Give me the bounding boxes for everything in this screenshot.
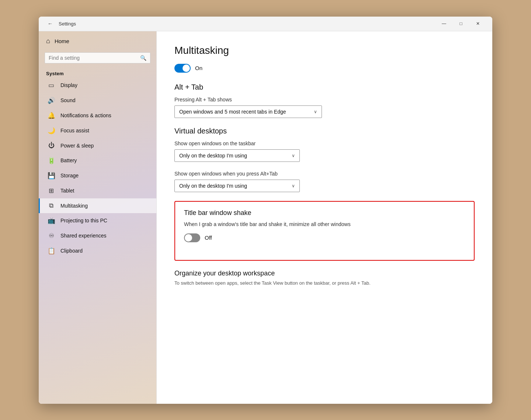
sidebar-item-label: Storage [60, 173, 79, 178]
title-bar: ← Settings — □ ✕ [39, 17, 492, 31]
battery-icon: 🔋 [47, 157, 55, 164]
snap-toggle-row: On [174, 64, 475, 73]
sidebar-item-label: Multitasking [60, 203, 88, 209]
projecting-icon: 📺 [47, 217, 55, 225]
power-icon: ⏻ [47, 142, 55, 149]
back-button[interactable]: ← [45, 18, 56, 29]
titlebar-heading: Title bar window shake [184, 209, 465, 217]
virtual-desktops-heading: Virtual desktops [174, 127, 475, 135]
sidebar-item-shared[interactable]: ♾ Shared experiences [39, 228, 156, 243]
vd-taskbar-label: Show open windows on the taskbar [174, 140, 475, 146]
window-title: Settings [59, 21, 435, 27]
sidebar-item-label: Notifications & actions [60, 112, 111, 118]
snap-toggle-thumb [183, 65, 190, 72]
sidebar-item-label: Clipboard [60, 248, 83, 254]
vd-taskbar-dropdown[interactable]: Only on the desktop I'm using ∨ [174, 149, 300, 162]
main-content: Multitasking On Alt + Tab Pressing Alt +… [157, 31, 492, 404]
sidebar-item-label: Display [60, 82, 77, 88]
snap-toggle[interactable] [174, 64, 191, 73]
minimize-button[interactable]: — [435, 17, 452, 31]
sidebar-item-clipboard[interactable]: 📋 Clipboard [39, 243, 156, 258]
settings-window: ← Settings — □ ✕ ⌂ Home 🔍 System [39, 17, 492, 404]
page-title: Multitasking [174, 45, 475, 56]
sidebar-item-projecting[interactable]: 📺 Projecting to this PC [39, 213, 156, 228]
content-area: ⌂ Home 🔍 System ▭ Display 🔊 Sound 🔔 [39, 31, 492, 404]
focus-icon: 🌙 [47, 127, 55, 135]
home-label: Home [55, 38, 69, 44]
vd-alttab-value: Only on the desktop I'm using [179, 183, 247, 189]
titlebar-desc: When I grab a window's title bar and sha… [184, 221, 465, 228]
sidebar-item-focus[interactable]: 🌙 Focus assist [39, 123, 156, 138]
titlebar-toggle[interactable] [184, 233, 200, 242]
storage-icon: 💾 [47, 172, 55, 180]
snap-toggle-label: On [195, 65, 202, 71]
titlebar-toggle-row: Off [184, 233, 465, 242]
organize-heading: Organize your desktop workspace [174, 270, 475, 277]
sidebar-item-label: Focus assist [60, 128, 89, 133]
alt-tab-dropdown[interactable]: Open windows and 5 most recent tabs in E… [174, 105, 322, 118]
sidebar-item-label: Sound [60, 97, 75, 103]
titlebar-toggle-label: Off [205, 235, 212, 241]
sidebar-item-label: Tablet [60, 188, 74, 194]
vd-taskbar-value: Only on the desktop I'm using [179, 153, 247, 159]
sidebar-section-label: System [39, 68, 156, 78]
vd-taskbar-arrow: ∨ [292, 153, 295, 158]
organize-desc: To switch between open apps, select the … [174, 280, 475, 287]
sidebar-item-battery[interactable]: 🔋 Battery [39, 153, 156, 168]
display-icon: ▭ [47, 81, 55, 89]
sidebar-home-item[interactable]: ⌂ Home [39, 31, 156, 51]
home-icon: ⌂ [46, 37, 50, 45]
vd-alttab-arrow: ∨ [292, 183, 295, 188]
titlebar-toggle-thumb [185, 234, 192, 242]
search-icon: 🔍 [140, 55, 146, 61]
sidebar-item-label: Projecting to this PC [60, 218, 107, 223]
window-controls: — □ ✕ [435, 17, 486, 31]
sidebar-item-tablet[interactable]: ⊞ Tablet [39, 183, 156, 198]
sidebar-item-label: Power & sleep [60, 143, 94, 149]
sidebar-item-label: Battery [60, 157, 77, 163]
alt-tab-heading: Alt + Tab [174, 83, 475, 91]
alt-tab-dropdown-arrow: ∨ [314, 109, 317, 114]
vd-alttab-label: Show open windows when you press Alt+Tab [174, 171, 475, 177]
titlebar-shake-section: Title bar window shake When I grab a win… [174, 201, 475, 261]
sidebar-item-multitasking[interactable]: ⧉ Multitasking [39, 198, 156, 213]
sidebar-content: ⌂ Home 🔍 System ▭ Display 🔊 Sound 🔔 [39, 31, 156, 258]
vd-alttab-dropdown[interactable]: Only on the desktop I'm using ∨ [174, 180, 300, 192]
sidebar-item-sound[interactable]: 🔊 Sound [39, 93, 156, 108]
alt-tab-sub-label: Pressing Alt + Tab shows [174, 97, 475, 103]
notifications-icon: 🔔 [47, 112, 55, 119]
sound-icon: 🔊 [47, 97, 55, 104]
search-input[interactable] [49, 55, 137, 61]
sidebar-item-storage[interactable]: 💾 Storage [39, 168, 156, 183]
alt-tab-dropdown-value: Open windows and 5 most recent tabs in E… [179, 109, 286, 115]
tablet-icon: ⊞ [47, 187, 55, 195]
sidebar-item-label: Shared experiences [60, 233, 107, 239]
close-button[interactable]: ✕ [469, 17, 486, 31]
sidebar: ⌂ Home 🔍 System ▭ Display 🔊 Sound 🔔 [39, 31, 157, 404]
sidebar-item-display[interactable]: ▭ Display [39, 78, 156, 93]
search-box[interactable]: 🔍 [45, 52, 150, 63]
shared-icon: ♾ [47, 232, 55, 240]
multitasking-icon: ⧉ [47, 202, 55, 209]
sidebar-item-power[interactable]: ⏻ Power & sleep [39, 138, 156, 153]
sidebar-item-notifications[interactable]: 🔔 Notifications & actions [39, 108, 156, 123]
clipboard-icon: 📋 [47, 247, 55, 255]
maximize-button[interactable]: □ [452, 17, 469, 31]
